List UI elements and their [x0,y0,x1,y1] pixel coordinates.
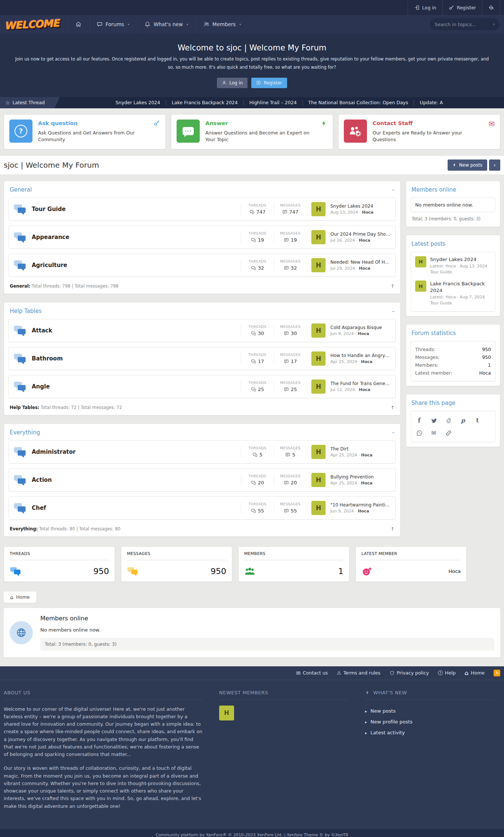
forum-row[interactable]: Tour Guide THREADS 747 MESSAGES 747 H Sn… [9,198,396,221]
ticker-item[interactable]: Update: A [414,100,448,105]
latest-post-forum[interactable]: Tour Guide [430,270,487,275]
scroll-top-button[interactable] [391,526,395,532]
forum-row[interactable]: Agriculture THREADS 32 MESSAGES 32 H Nee… [9,254,396,277]
avatar[interactable]: H [311,445,326,459]
collapse-button[interactable] [392,308,395,314]
hero-login-button[interactable]: Log in [217,78,248,88]
forum-name-link[interactable]: Agriculture [32,262,241,269]
contact-staff-card[interactable]: Contact Staff Our Experts are Ready to A… [338,114,500,149]
last-thread-link[interactable]: Cold Asparagus Bisque [330,325,391,330]
footer-latest-activity-link[interactable]: Latest activity [365,727,494,738]
avatar[interactable]: H [219,706,234,720]
contact-us-link[interactable]: Contact us [296,670,328,676]
nav-whats-new[interactable]: What's new [137,15,195,34]
nav-members[interactable]: Members [196,15,249,34]
paint-bucket-icon [488,5,494,10]
last-thread-link[interactable]: How to Handle an Angry Teen: 20 ... [330,353,391,358]
last-thread-link[interactable]: "10 Heartwarming Painting Gift Id... [330,502,391,508]
card-title: Contact Staff [373,120,485,126]
email-icon[interactable] [430,430,437,436]
forum-row[interactable]: Appearance THREADS 19 MESSAGES 19 H Our … [9,226,396,249]
tumblr-icon[interactable] [474,417,481,424]
ticker-item[interactable]: Snyder Lakes 2024 [110,100,166,105]
forum-name-link[interactable]: Action [32,477,241,483]
ticker-label: Latest Thread [0,97,55,108]
new-posts-button[interactable]: New posts [448,159,487,171]
terms-link[interactable]: Terms and rules [337,670,380,676]
footer-new-profile-posts-link[interactable]: New profile posts [365,716,494,727]
avatar[interactable]: H [311,473,326,487]
login-link[interactable]: Log in [408,0,442,15]
forum-name-link[interactable]: Tour Guide [32,206,241,213]
site-logo[interactable]: WELCOME [4,17,59,32]
forum-name-link[interactable]: Administrator [32,449,241,455]
style-chooser-button[interactable] [482,0,500,15]
forum-row[interactable]: Bathroom THREADS 17 MESSAGES 17 H How to… [9,347,396,370]
reddit-icon[interactable] [445,417,452,424]
last-thread-link[interactable]: Snyder Lakes 2024 [330,204,391,209]
forum-row[interactable]: Administrator THREADS 5 MESSAGES 5 H The… [9,440,396,464]
search-input[interactable] [435,22,493,27]
search-box[interactable] [430,18,500,30]
forum-name-link[interactable]: Appearance [32,234,241,241]
collapse-button[interactable] [392,186,395,193]
avatar[interactable]: H [311,202,326,216]
pinterest-icon[interactable] [460,417,466,424]
collapse-button[interactable] [392,429,395,436]
forum-row[interactable]: Chef THREADS 55 MESSAGES 55 H "10 Heartw… [9,496,396,520]
whatsapp-icon[interactable] [416,430,423,436]
home-icon [10,594,13,600]
last-thread-link[interactable]: Bullying Prevention [330,474,391,480]
avatar[interactable]: H [311,351,326,366]
category-title[interactable]: General [10,186,32,193]
latest-post-forum[interactable]: Tour Guide [430,301,491,306]
latest-post-item[interactable]: H Lake Francis Backpack 2024 Latest: Hoc… [415,280,491,306]
forum-row[interactable]: Attack THREADS 30 MESSAGES 30 H Cold Asp… [9,319,396,342]
breadcrumb[interactable]: Home [4,592,36,603]
facebook-icon[interactable] [416,417,423,424]
forum-name-link[interactable]: Attack [32,327,241,334]
forum-name-link[interactable]: Chef [32,505,241,511]
rss-icon[interactable] [494,670,500,676]
forum-name-link[interactable]: Angle [32,383,241,390]
footer-new-posts-link[interactable]: New posts [365,706,494,716]
nav-forums[interactable]: Forums [89,15,137,34]
privacy-link[interactable]: Privacy policy [389,670,429,676]
help-link[interactable]: Help [438,670,456,676]
latest-member-name[interactable]: Hoca [448,568,461,574]
category-title[interactable]: Help Tables [10,308,42,314]
ticker-item[interactable]: Lake Francis Backpack 2024 [166,100,243,105]
avatar[interactable]: H [311,501,326,515]
next-button[interactable] [489,159,500,171]
ticker-item[interactable]: Highline Trail – 2024 [243,100,302,105]
avatar[interactable]: H [415,256,426,267]
last-thread-link[interactable]: Needed: New Head Of Horticultur... [330,260,391,265]
hero-register-button[interactable]: Register [251,78,287,88]
avatar[interactable]: H [311,258,326,272]
latest-post-title[interactable]: Snyder Lakes 2024 [430,256,487,263]
scroll-top-button[interactable] [391,405,395,410]
ticker-item[interactable]: The National Bonsai Collection: Open Day… [302,100,414,105]
ask-question-card[interactable]: Ask question Ask Questions and Get Answe… [4,114,166,149]
search-icon[interactable] [493,22,495,27]
avatar[interactable]: H [415,280,426,292]
last-thread-link[interactable]: Our 2024 Prime Day Shopping Gu... [330,232,391,237]
avatar[interactable]: H [311,323,326,338]
twitter-icon[interactable] [430,417,437,424]
register-link[interactable]: Register [442,0,482,15]
footer-home-link[interactable]: Home [464,670,485,676]
avatar[interactable]: H [311,379,326,394]
forum-row[interactable]: Action THREADS 20 MESSAGES 20 H Bullying… [9,468,396,492]
link-icon[interactable] [445,430,452,436]
forum-row[interactable]: Angle THREADS 25 MESSAGES 25 H The Fund … [9,375,396,398]
forum-name-link[interactable]: Bathroom [32,355,241,362]
latest-post-item[interactable]: H Snyder Lakes 2024 Latest: Hoca · Aug 1… [415,256,491,275]
last-thread-link[interactable]: The Fund for Trans Generations ... [330,381,391,386]
last-thread-link[interactable]: The Dirt [330,446,391,452]
scroll-top-button[interactable] [391,283,395,289]
nav-home[interactable] [68,15,89,34]
category-title[interactable]: Everything [10,429,40,436]
answer-card[interactable]: Answer Answer Questions and Become an Ex… [171,114,333,149]
latest-post-title[interactable]: Lake Francis Backpack 2024 [430,280,491,294]
avatar[interactable]: H [311,230,326,244]
